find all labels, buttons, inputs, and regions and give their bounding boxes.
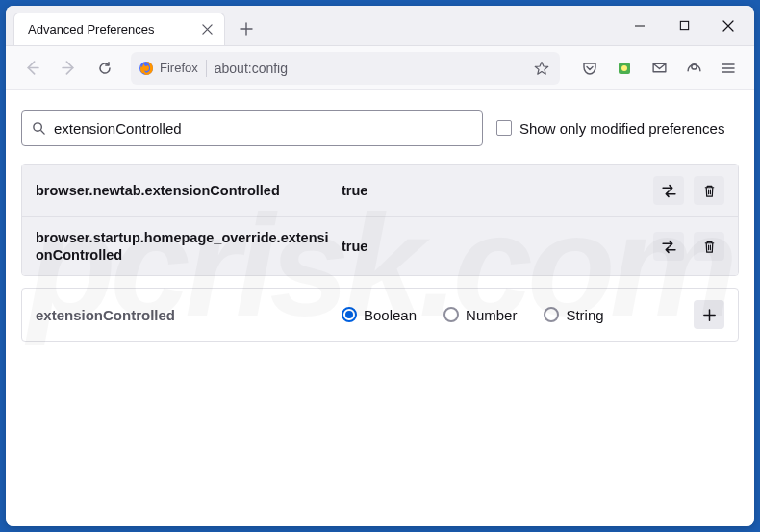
delete-button[interactable] bbox=[694, 176, 724, 205]
pref-name: browser.startup.homepage_override.extens… bbox=[36, 229, 334, 264]
row-actions bbox=[653, 232, 724, 261]
search-icon bbox=[32, 121, 46, 136]
address-bar[interactable]: Firefox about:config bbox=[131, 52, 560, 85]
tab-bar: Advanced Preferences bbox=[6, 6, 754, 46]
radio-label: Number bbox=[466, 307, 517, 323]
star-icon bbox=[534, 61, 549, 76]
show-modified-checkbox[interactable]: Show only modified preferences bbox=[496, 120, 724, 137]
new-tab-button[interactable] bbox=[233, 15, 260, 42]
type-options: Boolean Number String bbox=[342, 307, 686, 323]
identity-box[interactable]: Firefox bbox=[139, 61, 198, 76]
pref-value: true bbox=[342, 239, 646, 254]
reload-button[interactable] bbox=[89, 52, 121, 85]
radio-icon bbox=[342, 307, 357, 322]
radio-string[interactable]: String bbox=[544, 307, 603, 323]
nav-toolbar: Firefox about:config bbox=[6, 46, 754, 90]
toolbar-right-icons bbox=[573, 52, 745, 85]
account-icon bbox=[686, 60, 702, 76]
svg-rect-0 bbox=[680, 21, 688, 29]
back-button[interactable] bbox=[15, 52, 48, 85]
search-row: Show only modified preferences bbox=[21, 110, 739, 146]
search-box[interactable] bbox=[21, 110, 483, 146]
radio-icon bbox=[544, 307, 559, 322]
toggle-icon bbox=[661, 183, 677, 199]
minimize-icon bbox=[634, 20, 646, 32]
radio-icon bbox=[443, 307, 459, 322]
about-config-content: Show only modified preferences browser.n… bbox=[6, 90, 754, 526]
url-text: about:config bbox=[215, 61, 523, 76]
prefs-table: browser.newtab.extensionControlled true … bbox=[21, 164, 739, 276]
checkbox-icon bbox=[496, 120, 512, 136]
tab-close-button[interactable] bbox=[199, 22, 215, 38]
toggle-button[interactable] bbox=[653, 176, 684, 205]
browser-window: Advanced Preferences bbox=[6, 6, 754, 526]
bookmark-button[interactable] bbox=[531, 61, 552, 76]
trash-icon bbox=[702, 184, 717, 198]
plus-icon bbox=[702, 308, 717, 322]
toggle-icon bbox=[661, 239, 677, 255]
separator bbox=[206, 60, 207, 77]
identity-label: Firefox bbox=[160, 61, 198, 75]
new-pref-name: extensionControlled bbox=[36, 307, 334, 323]
extension-button[interactable] bbox=[608, 52, 641, 85]
window-controls bbox=[618, 6, 754, 45]
maximize-button[interactable] bbox=[662, 10, 706, 42]
firefox-icon bbox=[139, 61, 154, 76]
add-pref-button[interactable] bbox=[694, 300, 724, 329]
arrow-right-icon bbox=[61, 60, 77, 76]
close-window-button[interactable] bbox=[706, 10, 750, 42]
minimize-button[interactable] bbox=[618, 10, 662, 42]
extension-icon bbox=[617, 61, 632, 76]
row-actions bbox=[653, 176, 724, 205]
radio-boolean[interactable]: Boolean bbox=[342, 307, 417, 323]
pref-row[interactable]: browser.startup.homepage_override.extens… bbox=[22, 217, 738, 275]
pocket-icon bbox=[582, 61, 597, 76]
radio-number[interactable]: Number bbox=[443, 307, 517, 323]
tab-advanced-preferences[interactable]: Advanced Preferences bbox=[13, 13, 225, 45]
plus-icon bbox=[240, 22, 253, 36]
show-modified-label: Show only modified preferences bbox=[519, 120, 724, 137]
close-icon bbox=[722, 20, 734, 32]
search-input[interactable] bbox=[54, 120, 472, 137]
maximize-icon bbox=[679, 20, 690, 31]
tab-title: Advanced Preferences bbox=[28, 22, 155, 37]
trash-icon bbox=[702, 240, 717, 254]
new-pref-row: extensionControlled Boolean Number Strin… bbox=[21, 288, 739, 342]
pref-row[interactable]: browser.newtab.extensionControlled true bbox=[22, 165, 738, 217]
reload-icon bbox=[97, 61, 113, 76]
svg-point-3 bbox=[621, 65, 627, 71]
radio-label: String bbox=[566, 307, 603, 323]
pocket-button[interactable] bbox=[573, 52, 606, 85]
hamburger-icon bbox=[721, 61, 736, 76]
svg-point-5 bbox=[34, 122, 41, 130]
forward-button[interactable] bbox=[52, 52, 85, 85]
pref-value: true bbox=[342, 183, 646, 198]
app-menu-button[interactable] bbox=[712, 52, 745, 85]
delete-button[interactable] bbox=[694, 232, 724, 261]
arrow-left-icon bbox=[24, 60, 40, 76]
mail-icon bbox=[651, 60, 668, 76]
mail-button[interactable] bbox=[643, 52, 675, 85]
radio-label: Boolean bbox=[364, 307, 417, 323]
close-icon bbox=[202, 24, 213, 35]
account-button[interactable] bbox=[677, 52, 710, 85]
toggle-button[interactable] bbox=[653, 232, 684, 261]
pref-name: browser.newtab.extensionControlled bbox=[36, 182, 334, 199]
